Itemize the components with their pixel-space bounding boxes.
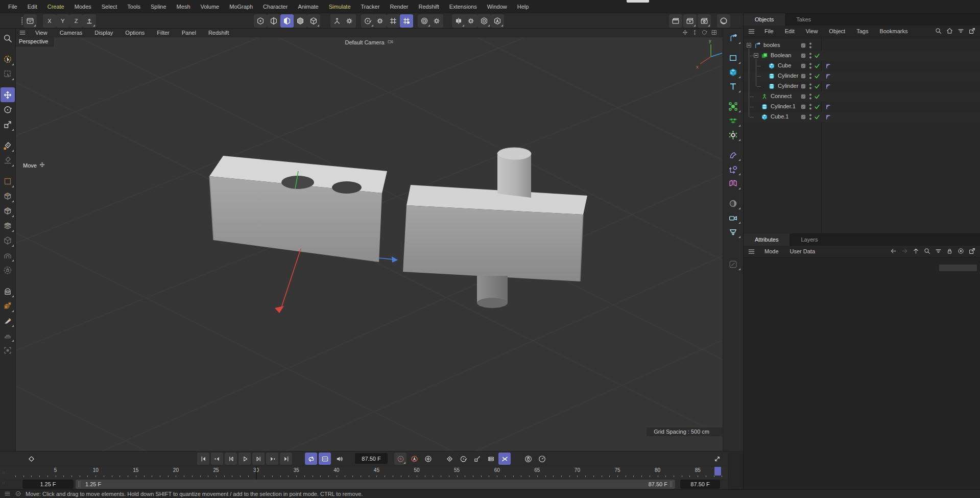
phong-tag-icon[interactable] [825,62,832,69]
tab-attributes[interactable]: Attributes [744,233,790,246]
tree-expander[interactable] [747,43,751,48]
dopesheet-button[interactable] [319,453,331,465]
lock-points-icon[interactable] [1,263,15,277]
tree-row[interactable]: Cylinder.1 [744,102,980,112]
text-icon[interactable] [725,79,742,93]
knife-icon[interactable] [1,313,15,328]
loop-playback-button[interactable] [305,453,317,465]
model-mode-icon[interactable] [294,14,307,28]
filter-icon[interactable] [935,247,942,256]
sound-button[interactable] [333,453,345,465]
objects-menu-file[interactable]: File [759,28,779,34]
search-icon[interactable] [935,27,942,36]
hamburger-icon[interactable] [744,248,759,255]
visibility-dots-icon[interactable] [809,82,812,90]
volume-builder-icon[interactable] [725,113,742,128]
popout-icon[interactable] [968,27,976,36]
target-icon[interactable] [418,14,431,28]
visibility-dots-icon[interactable] [809,103,812,111]
blocks-icon[interactable] [1,298,15,313]
rotate-tool-icon[interactable] [1,102,15,117]
visibility-dots-icon[interactable] [809,113,812,121]
record-circle-icon[interactable] [957,247,965,256]
tab-objects[interactable]: Objects [744,13,785,26]
view-pan-icon[interactable] [682,29,688,37]
render-settings-icon[interactable] [698,14,711,28]
key-scale-button[interactable] [471,453,483,465]
spline-rect-icon[interactable] [725,51,742,65]
jump-end-button[interactable] [280,453,292,465]
iron-icon[interactable] [1,328,15,343]
keyframe-diamond-icon[interactable] [25,453,37,465]
tree-item-label[interactable]: Cylinder.1 [771,103,796,109]
cube-top-tool-icon[interactable] [1,203,15,218]
quantize-grid-icon[interactable] [387,14,400,28]
viewport-scene[interactable]: y x z [16,29,723,451]
cube-outline-tool-icon[interactable] [1,233,15,248]
arrow-left-icon[interactable] [890,247,897,256]
viewport[interactable]: y x z ViewCamerasDisplayOptionsFilterPan… [16,29,723,451]
scale-tool-icon[interactable] [1,117,15,132]
record-clock-button[interactable] [536,453,548,465]
boolean-cube-right[interactable] [403,185,587,281]
menu-create[interactable]: Create [42,0,69,13]
floor-object-icon[interactable] [725,225,742,239]
menu-mesh[interactable]: Mesh [172,0,196,13]
menu-select[interactable]: Select [97,0,123,13]
play-button[interactable] [238,453,251,465]
redshift-ring-icon[interactable] [717,14,730,28]
tree-item-label[interactable]: Connect [771,93,792,99]
phong-tag-icon[interactable] [825,73,832,80]
view-zoom-icon[interactable] [691,29,698,37]
gear-icon[interactable] [430,14,443,28]
visibility-dots-icon[interactable] [809,92,812,101]
tree-row[interactable]: Cylinder [744,81,980,91]
menu-character[interactable]: Character [258,0,293,13]
keying-settings-button[interactable] [422,453,434,465]
autokey-button[interactable] [408,453,420,465]
key-pla-button[interactable] [498,453,511,465]
tree-row[interactable]: Cylinder [744,71,980,81]
range-slider-grip[interactable] [78,481,81,487]
tab-takes[interactable]: Takes [785,13,822,26]
range-end-field[interactable]: 87.50 F [680,480,720,489]
polygons-mode-icon[interactable] [280,14,294,28]
sketch-tool-icon[interactable] [1,153,15,168]
enabled-check-icon[interactable] [814,83,821,90]
playhead[interactable] [714,467,721,476]
axes-tool-icon[interactable] [330,14,344,28]
menu-render[interactable]: Render [385,0,413,13]
menu-tools[interactable]: Tools [122,0,146,13]
viewport-menu-options[interactable]: Options [119,29,151,37]
tree-item-label[interactable]: booles [763,42,780,48]
layer-swatch-icon[interactable] [800,53,806,59]
menu-spline[interactable]: Spline [146,0,172,13]
viewport-menu-filter[interactable]: Filter [151,29,175,37]
filter-icon[interactable] [957,27,965,36]
cylinder-top[interactable] [497,148,531,198]
phong-tag-icon[interactable] [825,113,832,121]
menu-extensions[interactable]: Extensions [444,0,482,13]
axis-lock-icon[interactable] [83,14,96,28]
prev-key-button[interactable] [211,453,223,465]
tree-row[interactable]: Connect [744,91,980,102]
symmetry-icon[interactable] [725,176,742,191]
tree-item-label[interactable]: Cylinder [778,73,798,79]
view-rotate-icon[interactable] [701,29,708,37]
move-tool-icon[interactable] [1,87,15,102]
generator-gear-icon[interactable] [725,128,742,142]
next-frame-button[interactable] [252,453,265,465]
key-rotation-button[interactable] [457,453,469,465]
popout-icon[interactable] [968,247,976,256]
timeline-ruler[interactable]: 510152025303540455055606570758085 [0,466,728,479]
enabled-check-icon[interactable] [814,62,821,69]
current-frame-field[interactable]: 87.50 F [355,453,388,464]
render-view-icon[interactable] [669,14,682,28]
tree-item-label[interactable]: Boolean [771,52,791,58]
enabled-check-icon[interactable] [814,103,821,110]
workplane-icon[interactable] [361,14,374,28]
jump-start-button[interactable] [197,453,209,465]
prev-frame-button[interactable] [225,453,237,465]
viewport-menu-panel[interactable]: Panel [176,29,202,37]
tree-row[interactable]: Cube [744,61,980,71]
